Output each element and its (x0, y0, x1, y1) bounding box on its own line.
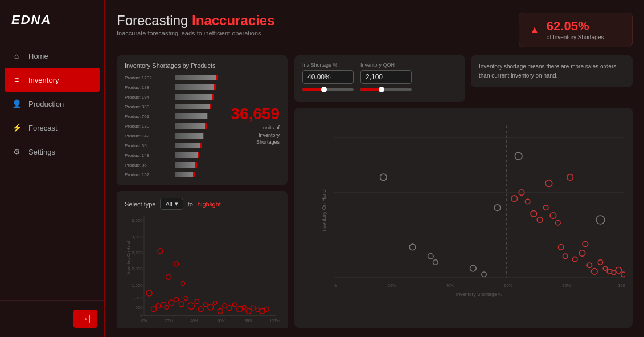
scatter-controls: Select type All ▾ to highlight (125, 198, 280, 210)
scatter-right-y-label: Inventory On Hand (321, 189, 327, 233)
bar-chart-labels: Product 1792Product 188Product 194Produc… (125, 74, 170, 178)
inventory-qoh-slider[interactable] (360, 88, 412, 91)
svg-point-74 (470, 265, 477, 271)
svg-point-83 (543, 205, 548, 210)
svg-point-88 (563, 254, 568, 259)
bar-indicator (203, 133, 204, 139)
inv-shortage-slider[interactable] (302, 88, 354, 91)
main-content: Forecasting Inaccuracies Inaccurate fore… (105, 0, 644, 337)
svg-text:Inventory On Hand: Inventory On Hand (126, 241, 131, 274)
select-type-dropdown[interactable]: All ▾ (160, 198, 183, 210)
filter-row: Inv Shortage % Inventory QOH (302, 62, 457, 91)
bar-chart-bars (175, 74, 221, 178)
inventory-qoh-input[interactable] (360, 70, 412, 84)
svg-point-42 (264, 307, 269, 311)
bar-row (175, 103, 221, 111)
big-number-block: 36,659 units ofInventoryShortages (226, 74, 280, 178)
svg-point-35 (232, 303, 236, 307)
bar-fill (175, 104, 211, 109)
svg-text:3,000: 3,000 (132, 234, 143, 239)
svg-point-93 (587, 263, 592, 268)
svg-text:60%: 60% (504, 283, 512, 288)
panels-row: Inventory Shortages by Products Product … (117, 55, 633, 328)
svg-text:80%: 80% (562, 283, 571, 288)
svg-text:0%: 0% (334, 283, 337, 288)
bar-fill (175, 162, 197, 168)
svg-point-26 (188, 303, 194, 309)
bar-indicator (212, 94, 214, 100)
sidebar-footer: →| (0, 300, 104, 337)
svg-point-85 (556, 221, 561, 226)
svg-text:80%: 80% (245, 319, 253, 323)
sidebar-item-label: Home (28, 52, 48, 60)
svg-point-70 (380, 174, 387, 181)
right-panel: Inv Shortage % Inventory QOH (294, 55, 633, 328)
badge-percent: 62.05% (547, 19, 604, 34)
scatter-left-chart: 3,500 3,000 2,500 2,000 1,500 1,000 500 … (125, 214, 280, 328)
bar-indicator (210, 104, 211, 109)
bar-indicator (214, 84, 216, 90)
home-icon: ⌂ (11, 51, 22, 61)
svg-text:500: 500 (136, 305, 143, 310)
inventory-chart-panel: Inventory Shortages by Products Product … (117, 55, 288, 185)
sidebar-item-forecast[interactable]: ⚡ Forecast (0, 116, 104, 140)
svg-point-77 (511, 196, 518, 202)
sidebar-item-inventory[interactable]: ≡ Inventory (5, 68, 100, 92)
select-type-label: Select type (125, 201, 155, 208)
sidebar-item-label: Forecast (28, 124, 58, 132)
inventory-icon: ≡ (11, 75, 22, 85)
svg-point-89 (567, 174, 573, 181)
bar-row (175, 112, 221, 120)
svg-point-79 (525, 199, 530, 204)
bar-row (175, 141, 221, 149)
sidebar-item-settings[interactable]: ⚙ Settings (0, 140, 104, 164)
inv-shortage-filter: Inv Shortage % (302, 62, 354, 91)
svg-point-96 (603, 266, 607, 270)
svg-point-41 (260, 308, 265, 314)
logout-button[interactable]: →| (73, 310, 97, 328)
svg-point-23 (174, 297, 179, 302)
highlight-label: highlight (198, 201, 221, 208)
bar-indicator (198, 152, 199, 158)
bar-label: Product 1792 (125, 74, 170, 82)
filter-block: Inv Shortage % Inventory QOH (294, 55, 465, 102)
svg-point-72 (428, 254, 434, 259)
svg-point-75 (482, 272, 487, 277)
svg-text:2,500: 2,500 (132, 250, 143, 255)
inv-shortage-input[interactable] (302, 70, 354, 84)
svg-point-100 (621, 272, 625, 277)
svg-point-95 (598, 260, 603, 265)
select-value: All (165, 201, 172, 208)
bar-row (175, 170, 221, 178)
svg-point-43 (158, 249, 163, 254)
bar-label: Product 130 (125, 122, 170, 130)
bar-chart-container: Product 1792Product 188Product 194Produc… (125, 74, 280, 178)
svg-text:40%: 40% (191, 319, 199, 323)
svg-point-80 (515, 152, 522, 160)
svg-point-37 (242, 306, 246, 310)
big-number-label: units ofInventoryShortages (256, 124, 280, 146)
bar-fill (175, 152, 199, 158)
bar-label: Product 148 (125, 151, 170, 159)
svg-point-92 (583, 241, 588, 247)
title-block: Forecasting Inaccuracies Inaccurate fore… (117, 13, 275, 36)
big-number: 36,659 (231, 106, 280, 122)
svg-text:20%: 20% (388, 283, 396, 288)
svg-point-27 (195, 299, 199, 304)
svg-point-34 (227, 306, 232, 311)
sidebar-item-production[interactable]: 👤 Production (0, 92, 104, 116)
scatter-left-panel: Select type All ▾ to highlight (117, 191, 288, 328)
bar-label: Product 86 (125, 161, 170, 169)
bar-row (175, 151, 221, 159)
svg-point-38 (246, 308, 251, 314)
svg-point-30 (208, 304, 214, 310)
sidebar-item-home[interactable]: ⌂ Home (0, 44, 104, 68)
svg-point-29 (203, 303, 207, 307)
svg-point-46 (181, 282, 185, 286)
bar-indicator (216, 75, 218, 80)
bar-indicator (205, 123, 207, 129)
svg-point-24 (179, 302, 184, 307)
svg-text:1,000: 1,000 (132, 295, 143, 301)
bar-label: Product 701 (125, 112, 170, 120)
bar-indicator (195, 162, 197, 168)
